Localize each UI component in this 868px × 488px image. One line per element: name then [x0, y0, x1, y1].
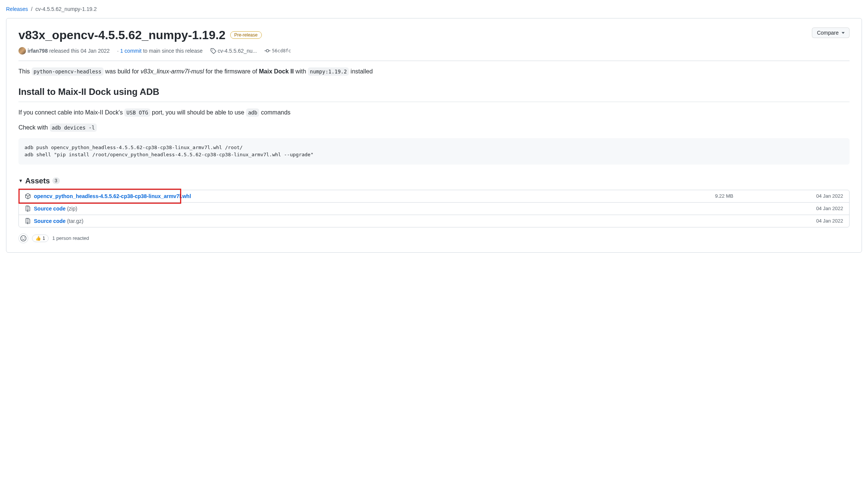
tag-group[interactable]: cv-4.5.5.62_nu... [210, 48, 257, 54]
asset-ext: (tar.gz) [67, 218, 84, 224]
p3-code-1: adb devices -l [50, 124, 97, 131]
assets-toggle[interactable]: ▼ Assets 3 [18, 177, 850, 185]
asset-name-cell: Source code (zip) [25, 206, 715, 212]
asset-link-name: Source code [34, 218, 66, 224]
asset-ext: (zip) [67, 206, 77, 212]
commit-sha-group[interactable]: 56cd8fc [264, 48, 291, 54]
release-header: v83x_opencv-4.5.5.62_numpy-1.19.2 Pre-re… [18, 27, 850, 43]
intro-em-1: v83x_linux-armv7l-musl [141, 68, 204, 75]
asset-row: Source code (zip) 04 Jan 2022 [19, 203, 849, 215]
asset-name-cell: Source code (tar.gz) [25, 218, 715, 224]
file-zip-icon [25, 206, 31, 212]
intro-text-3: for the firmsware of [204, 68, 259, 75]
asset-date: 04 Jan 2022 [809, 206, 843, 211]
asset-size: 9.22 MB [715, 193, 809, 199]
reaction-thumbs-up[interactable]: 👍 1 [32, 235, 49, 242]
tag-name: cv-4.5.5.62_nu... [218, 48, 257, 54]
assets-list: opencv_python_headless-4.5.5.62-cp38-cp3… [18, 190, 850, 227]
breadcrumb: Releases / cv-4.5.5.62_numpy-1.19.2 [6, 6, 862, 12]
compare-button[interactable]: Compare [812, 27, 850, 38]
reactions: 👍 1 1 person reacted [18, 233, 850, 243]
commit-sha: 56cd8fc [272, 48, 291, 53]
asset-link-name: Source code [34, 206, 66, 212]
p2-text-1: If you connect cable into Maix-II Dock's [18, 109, 124, 116]
commit-count-group: · 1 commit to main since this release [117, 48, 203, 54]
p2-code-1: USB OTG [124, 108, 150, 116]
asset-row: opencv_python_headless-4.5.5.62-cp38-cp3… [19, 190, 849, 203]
assets-caret-icon: ▼ [18, 178, 23, 183]
released-date-text: released this 04 Jan 2022 [49, 48, 110, 54]
intro-text-2: was build for [104, 68, 141, 75]
intro-text-1: This [18, 68, 32, 75]
asset-name-cell: opencv_python_headless-4.5.5.62-cp38-cp3… [25, 193, 715, 199]
asset-link[interactable]: Source code (zip) [34, 206, 77, 212]
add-reaction-button[interactable] [18, 233, 28, 243]
asset-date: 04 Jan 2022 [809, 218, 843, 224]
usb-paragraph: If you connect cable into Maix-II Dock's… [18, 108, 850, 117]
install-heading: Install to Maix-II Dock using ADB [18, 85, 850, 102]
compare-label: Compare [817, 30, 839, 36]
release-title-group: v83x_opencv-4.5.5.62_numpy-1.19.2 Pre-re… [18, 27, 262, 43]
reaction-count: 1 [43, 236, 45, 241]
thumbs-up-emoji: 👍 [35, 236, 41, 241]
commit-to-branch-text: to main since this release [143, 48, 203, 54]
asset-date: 04 Jan 2022 [809, 193, 843, 199]
author-link[interactable]: irfan798 [28, 48, 48, 54]
release-body: This python-opencv-headless was build fo… [18, 67, 850, 165]
assets-count-badge: 3 [52, 177, 60, 184]
intro-code-2: numpy:1.19.2 [308, 67, 349, 75]
p2-code-2: adb [246, 108, 259, 116]
commit-icon [264, 48, 270, 54]
avatar[interactable] [18, 47, 26, 55]
commit-bullet: · [117, 48, 119, 54]
p2-text-3: commands [259, 109, 290, 116]
asset-link[interactable]: Source code (tar.gz) [34, 218, 84, 224]
assets-header-label: Assets [25, 177, 50, 185]
breadcrumb-separator: / [31, 6, 32, 12]
prerelease-badge: Pre-release [230, 31, 262, 39]
caret-down-icon [842, 32, 845, 34]
check-paragraph: Check with adb devices -l [18, 123, 850, 132]
assets-section: ▼ Assets 3 opencv_python_headless-4.5.5.… [18, 177, 850, 227]
commit-count-link[interactable]: 1 commit [120, 48, 142, 54]
intro-code-1: python-opencv-headless [32, 67, 104, 75]
file-zip-icon [25, 218, 31, 224]
p2-text-2: port, you will should be able to use [150, 109, 246, 116]
release-container: v83x_opencv-4.5.5.62_numpy-1.19.2 Pre-re… [6, 18, 862, 253]
intro-strong-1: Maix Dock II [259, 68, 293, 75]
code-block: adb push opencv_python_headless-4.5.5.62… [18, 138, 850, 165]
smiley-icon [20, 235, 26, 241]
release-meta: irfan798 released this 04 Jan 2022 · 1 c… [18, 47, 850, 61]
intro-paragraph: This python-opencv-headless was build fo… [18, 67, 850, 76]
reaction-summary-text: 1 person reacted [52, 235, 89, 241]
asset-link[interactable]: opencv_python_headless-4.5.5.62-cp38-cp3… [34, 193, 191, 199]
asset-row: Source code (tar.gz) 04 Jan 2022 [19, 215, 849, 227]
intro-text-4: with [294, 68, 308, 75]
p3-text-1: Check with [18, 124, 50, 131]
package-icon [25, 193, 31, 199]
tag-icon [210, 48, 216, 54]
intro-text-5: installed [349, 68, 373, 75]
release-title: v83x_opencv-4.5.5.62_numpy-1.19.2 [18, 27, 226, 43]
release-author-group: irfan798 released this 04 Jan 2022 [18, 47, 110, 55]
breadcrumb-current: cv-4.5.5.62_numpy-1.19.2 [35, 6, 97, 12]
breadcrumb-releases-link[interactable]: Releases [6, 6, 28, 12]
